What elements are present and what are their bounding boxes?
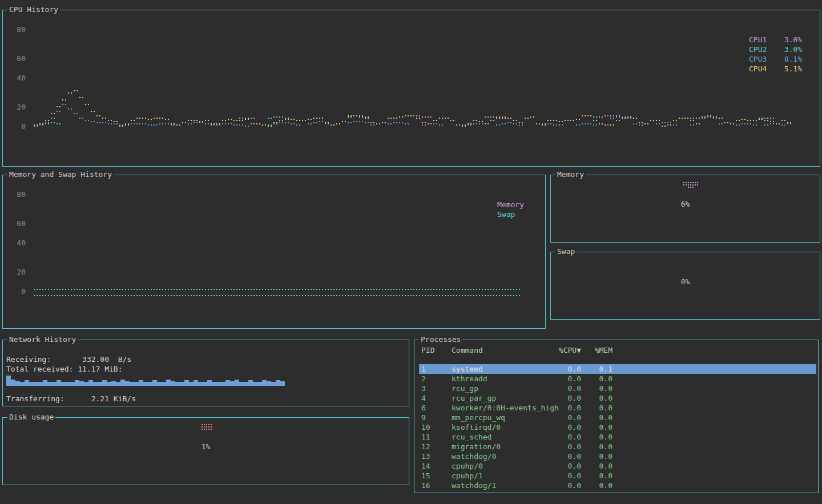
process-cell: 0.0 [561,413,613,422]
network-bar [253,382,257,386]
network-transferring-text: Transferring: 2.21 KiB/s [6,394,136,404]
network-receive-sparkline [6,374,285,386]
network-bar [239,382,244,386]
process-cell: 14 [421,461,430,471]
process-cell: 15 [421,471,430,481]
network-bar [52,382,57,386]
network-bar [29,382,34,386]
network-bar [171,381,175,386]
network-bar [34,382,38,386]
process-cell: 16 [421,481,430,490]
network-bar [130,382,134,386]
process-cell: 0.0 [561,471,613,481]
process-row[interactable]: 13watchdog/00.00.0 [419,451,816,461]
disk-percent: 1% [3,442,409,451]
process-table: 1systemd0.00.12kthreadd0.00.03rcu_gp0.00… [414,340,818,493]
network-bar [271,382,276,386]
network-bar [262,380,267,386]
process-cell: 10 [421,422,430,432]
network-bar [175,382,180,386]
process-cell: 11 [421,432,430,442]
process-row[interactable]: 9mm_percpu_wq0.00.0 [419,413,816,422]
process-cell: 6 [421,403,426,413]
network-bar [212,382,216,386]
process-cell: 3 [421,384,426,393]
network-bar [57,380,61,386]
network-bar [66,382,70,386]
cpu-legend-item: CPU38.1% [749,55,767,64]
network-bar [134,382,139,386]
process-cell: 0.0 [561,451,613,461]
network-bar [148,382,152,386]
process-cell: watchdog/0 [452,451,496,461]
network-history-panel: Network History Receiving: 332.00 B/s To… [2,340,409,406]
process-cell: 0.0 [561,384,613,393]
process-row[interactable]: 6kworker/0:0H-events_high0.00.0 [419,403,816,413]
process-row[interactable]: 4rcu_par_gp0.00.0 [419,393,816,403]
network-bar [194,380,198,386]
cpu-history-chart [3,10,820,166]
process-cell: 9 [421,413,426,422]
swap-percent: 0% [551,277,820,287]
process-cell: watchdog/1 [452,481,496,490]
process-row[interactable]: 16watchdog/10.00.0 [419,481,816,490]
network-bar [180,382,184,386]
network-bar [166,380,171,386]
memswap-legend-item: Swap [497,210,515,219]
process-cell: 1 [421,364,426,374]
network-bar [221,382,225,386]
process-cell: 0.1 [561,364,613,374]
network-bar [143,382,148,386]
memory-swap-history-panel: Memory and Swap History 806040200 Memory… [2,175,546,329]
process-cell: 4 [421,393,426,403]
system-monitor-app: { "colors": { "background": "#2d2d2d", "… [0,0,822,504]
process-cell: 2 [421,374,426,384]
process-cell: 12 [421,442,430,451]
process-cell: systemd [452,364,483,374]
network-bar [235,380,239,386]
network-bar [267,381,271,386]
process-row[interactable]: 15cpuhp/10.00.0 [419,471,816,481]
process-cell: rcu_gp [452,384,478,393]
swap-gauge-title: Swap [555,247,577,256]
network-bar [15,381,20,386]
network-history-title: Network History [7,335,78,344]
network-bar [189,382,194,386]
network-bar [38,382,43,386]
network-bar [184,380,189,386]
network-bar [47,382,52,386]
memory-gauge-panel: Memory 6% [550,175,820,243]
network-bar [216,382,221,386]
network-bar [88,380,93,386]
memory-percent: 6% [551,200,820,209]
network-bar [125,381,130,386]
process-cell: 0.0 [561,393,613,403]
network-bar [162,382,166,386]
memswap-legend-item: Memory [497,200,524,209]
process-cell: 0.0 [561,374,613,384]
process-row[interactable]: 11rcu_sched0.00.0 [419,432,816,442]
network-bar [203,382,207,386]
process-row-selected[interactable]: 1systemd0.00.1 [419,364,816,374]
network-bar [70,382,75,386]
network-bar [98,382,102,386]
network-bar [25,380,29,386]
network-bar [107,382,111,386]
process-row[interactable]: 3rcu_gp0.00.0 [419,384,816,393]
process-cell: 0.0 [561,442,613,451]
process-cell: rcu_sched [452,432,491,442]
network-bar [43,380,47,386]
network-receiving-text: Receiving: 332.00 B/s [6,355,131,364]
network-total-received-text: Total received: 11.17 MiB: [6,365,123,374]
process-row[interactable]: 14cpuhp/00.00.0 [419,461,816,471]
network-bar [157,382,162,386]
process-row[interactable]: 12migration/00.00.0 [419,442,816,451]
disk-usage-panel: Disk usage 1% [2,417,409,485]
network-bar [11,380,15,386]
process-row[interactable]: 2kthreadd0.00.0 [419,374,816,384]
process-row[interactable]: 10ksoftirqd/00.00.0 [419,422,816,432]
network-bar [280,381,285,386]
process-cell: 0.0 [561,461,613,471]
cpu-legend-item: CPU23.0% [749,45,767,54]
network-bar [225,380,230,386]
